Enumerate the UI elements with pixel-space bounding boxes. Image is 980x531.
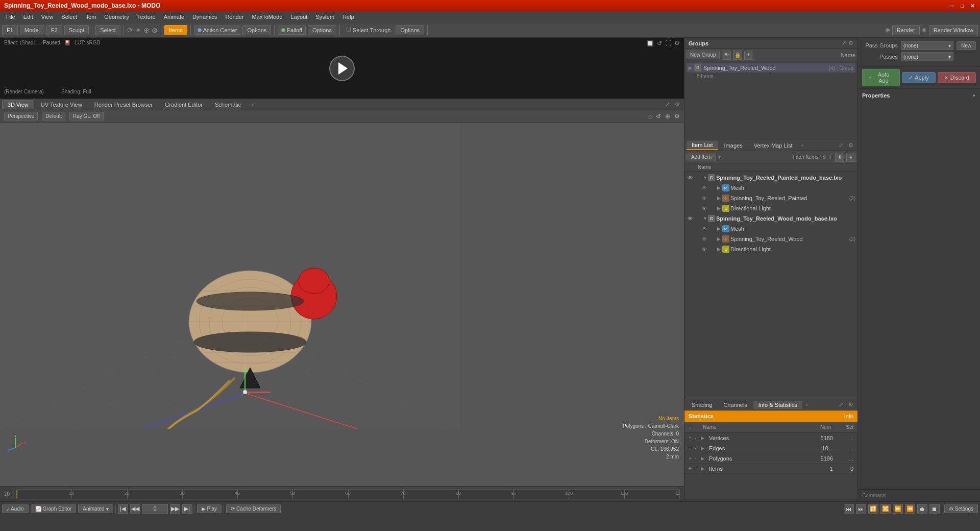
discard-btn[interactable]: ✕ Discard [938,72,976,83]
sculpt-mode-btn[interactable]: Sculpt [64,25,89,35]
il-eye-wood[interactable]: 👁 [701,235,708,243]
stats-settings-icon[interactable]: ⚙ [846,401,855,408]
vp-fit-icon[interactable]: ⊕ [665,113,670,120]
settings-icon-sm[interactable]: ⚙ [674,40,680,47]
groups-expand-icon[interactable]: ⤢ [842,40,846,46]
bt-icon-3[interactable]: 🔁 [868,504,878,514]
il-wood-item[interactable]: 👁 ▶ I Spinning_Toy_Reeled_Wood (2) [684,234,857,244]
il-painted-item[interactable]: 👁 ▶ I Spinning_Toy_Reeled_Painted (2) [684,193,857,203]
apply-btn[interactable]: ✓ Apply [902,72,936,83]
step-fwd-btn[interactable]: ▶▶ [170,504,180,514]
il-mesh-2[interactable]: 👁 ▶ M Mesh [684,224,857,234]
menu-select[interactable]: Select [57,13,81,21]
f2-key-btn[interactable]: F2 [46,25,62,35]
filter-s-btn[interactable]: S [822,154,826,160]
stat-e-dash[interactable]: - [695,445,701,451]
rotate-icon[interactable]: ↺ [657,40,662,47]
il-group-2[interactable]: 👁 ▼ G Spinning_Toy_Reeled_Wood_modo_base… [684,213,857,224]
menu-dynamics[interactable]: Dynamics [188,13,221,21]
bt-icon-7[interactable]: ⏺ [917,504,927,514]
cache-deformers-btn[interactable]: ⟳ Cache Deformers [226,504,281,513]
falloff-radio[interactable]: Falloff [278,26,306,35]
tab-shading[interactable]: Shading [687,401,717,409]
il-arrow-mesh1[interactable]: ▶ [717,185,722,190]
prev-keyframe-btn[interactable]: |◀ [118,504,128,514]
maximize-btn[interactable]: □ [959,2,966,9]
add-tab-btn[interactable]: + [248,101,257,109]
step-back-btn[interactable]: ◀◀ [130,504,140,514]
3d-viewport[interactable]: No Items Polygons : Catmull-Clark Channe… [0,123,684,486]
f1-key-btn[interactable]: F1 [2,25,18,35]
bt-icon-2[interactable]: ⏭ [856,504,866,514]
action-options-btn[interactable]: Options [242,25,271,35]
vp-gear-icon[interactable]: ⚙ [674,113,680,120]
stat-p-arrow[interactable]: ▶ [701,456,707,461]
tab-gradient-editor[interactable]: Gradient Editor [159,100,208,109]
perspective-btn[interactable]: Perspective [4,112,38,120]
through-options-btn[interactable]: Options [396,25,424,35]
stat-p-dash[interactable]: - [695,455,701,461]
groups-lock-btn[interactable]: 🔒 [733,51,742,60]
stat-i-dash[interactable]: - [695,466,701,471]
new-group-btn[interactable]: New Group [687,51,720,59]
tab-vertex-map[interactable]: Vertex Map List [749,141,798,150]
tab-item-list[interactable]: Item List [687,141,718,150]
model-mode-btn[interactable]: Model [20,25,44,35]
animated-btn[interactable]: Animated ▾ [78,504,113,513]
play-button[interactable] [329,56,355,81]
stats-add-tab-icon[interactable]: + [803,402,811,408]
select-through-checkbox[interactable]: ☐ Select Through [343,26,394,34]
tool-icon-2[interactable]: ✦ [135,26,141,34]
render-btn[interactable]: Render [892,25,920,35]
bt-icon-1[interactable]: ⏮ [844,504,854,514]
properties-expand-icon[interactable]: ▸ [973,92,976,99]
il-settings-icon[interactable]: ⚙ [846,142,855,149]
raygl-btn[interactable]: Ray GL: Off [69,112,104,120]
bt-icon-8[interactable]: ⏹ [929,504,940,514]
menu-texture[interactable]: Texture [133,13,160,21]
stats-add-icon[interactable]: + [689,424,695,430]
settings-btn[interactable]: ⚙ Settings [944,504,978,513]
il-eye-g2[interactable]: 👁 [687,215,694,222]
groups-eye-btn[interactable]: 👁 [722,51,731,60]
next-keyframe-btn[interactable]: ▶| [182,504,192,514]
menu-edit[interactable]: Edit [19,13,37,21]
stat-v-arrow[interactable]: ▶ [701,436,707,441]
vp-home-icon[interactable]: ⌂ [648,113,652,120]
il-group-1[interactable]: 👁 ▼ G Spinning_Toy_Reeled_Painted_modo_b… [684,173,857,183]
close-btn[interactable]: ✕ [969,2,976,9]
menu-item[interactable]: Item [81,13,100,21]
add-tab-icon[interactable]: + [798,142,805,149]
render-window-btn[interactable]: Render Window [929,25,978,35]
stat-i-arrow[interactable]: ▶ [701,466,707,471]
add-item-btn[interactable]: Add Item [687,153,716,161]
tab-3d-view[interactable]: 3D View [2,100,34,109]
menu-help[interactable]: Help [338,13,358,21]
auto-add-btn[interactable]: + Auto Add [862,69,900,86]
falloff-options-btn[interactable]: Options [308,25,336,35]
il-mesh-1[interactable]: 👁 ▶ M Mesh [684,183,857,193]
stat-e-arrow[interactable]: ▶ [701,446,707,451]
il-arrow-painted[interactable]: ▶ [717,196,722,201]
il-eye-dirl1[interactable]: 👁 [701,205,708,212]
viewport-settings-icon[interactable]: ⚙ [673,101,682,108]
stat-e-add[interactable]: + [689,445,695,451]
timeline-ruler[interactable]: 0 10 20 30 40 50 60 70 80 90 100 110 120 [16,489,680,499]
menu-view[interactable]: View [37,13,58,21]
action-center-radio[interactable]: Action Center [194,26,241,35]
stat-p-add[interactable]: + [689,455,695,461]
bt-icon-5[interactable]: ⏩ [893,504,903,514]
il-eye-painted[interactable]: 👁 [701,195,708,202]
viewport-expand-icon[interactable]: ⤢ [663,101,672,108]
il-arrow-dirl2[interactable]: ▶ [717,247,722,252]
tool-icon-4[interactable]: ⊗ [152,26,158,34]
minimize-btn[interactable]: — [948,2,955,9]
group-item-spinning-wood[interactable]: ▶ G Spinning_Toy_Reeled_Wood (4) : Group [687,63,855,73]
stat-v-add[interactable]: + [689,435,695,441]
il-add-btn[interactable]: + [846,153,855,162]
fit-icon[interactable]: ⛶ [665,40,671,47]
il-expand-icon[interactable]: ⤢ [837,142,845,149]
il-arrow-wood[interactable]: ▶ [717,236,722,242]
pass-new-btn[interactable]: New [957,41,976,50]
il-dirlight-1[interactable]: 👁 ▶ L Directional Light [684,203,857,213]
